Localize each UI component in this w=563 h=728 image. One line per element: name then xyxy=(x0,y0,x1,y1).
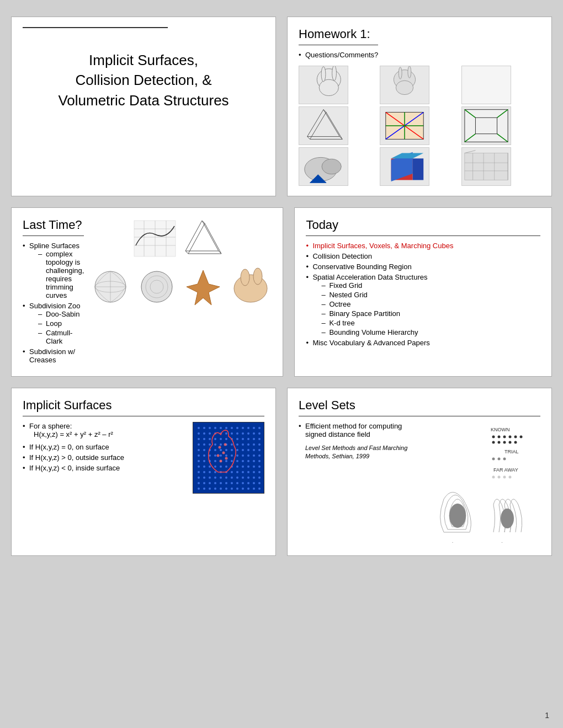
svg-point-181 xyxy=(253,477,255,479)
svg-point-148 xyxy=(203,465,205,468)
svg-point-221 xyxy=(498,441,501,444)
svg-text:using: using xyxy=(496,542,508,543)
svg-point-193 xyxy=(253,482,255,484)
hw-img-cage xyxy=(461,106,511,145)
slide-2-title: Homework 1: xyxy=(299,27,378,41)
slide-6-bullets: Efficient method for computing signed di… xyxy=(299,422,424,438)
svg-rect-30 xyxy=(413,158,424,180)
svg-point-154 xyxy=(236,465,238,468)
svg-point-187 xyxy=(220,482,222,484)
svg-point-200 xyxy=(225,488,227,490)
svg-point-85 xyxy=(253,432,255,435)
svg-point-94 xyxy=(236,438,238,440)
svg-point-118 xyxy=(236,449,238,451)
hw-img-mesh xyxy=(461,147,511,186)
svg-point-172 xyxy=(203,477,205,479)
svg-point-138 xyxy=(214,460,216,462)
svg-rect-31 xyxy=(465,153,508,180)
svg-point-175 xyxy=(220,477,222,479)
svg-point-81 xyxy=(231,432,233,435)
implicit-surface-image: // Can't use script in SVG directly, use… xyxy=(193,422,264,494)
slide-3-bullets: Spline Surfaces complex topology is chal… xyxy=(23,242,84,364)
svg-point-72 xyxy=(247,427,249,429)
subdiv-img-1 xyxy=(88,267,132,306)
svg-point-185 xyxy=(209,482,211,484)
svg-point-61 xyxy=(253,268,262,285)
svg-point-84 xyxy=(247,432,249,435)
svg-point-144 xyxy=(247,460,249,462)
svg-point-123 xyxy=(198,454,200,457)
svg-point-115 xyxy=(220,449,222,451)
svg-marker-46 xyxy=(185,221,219,251)
list-item: Questions/Comments? xyxy=(299,51,378,59)
svg-point-111 xyxy=(198,449,200,451)
list-item: Spline Surfaces complex topology is chal… xyxy=(23,242,84,299)
svg-point-196 xyxy=(203,488,205,490)
svg-point-88 xyxy=(203,438,205,440)
svg-point-73 xyxy=(253,427,255,429)
svg-line-32 xyxy=(465,151,476,153)
svg-point-66 xyxy=(214,427,216,429)
svg-point-206 xyxy=(258,488,261,490)
svg-text:FAR AWAY: FAR AWAY xyxy=(493,467,518,473)
svg-point-74 xyxy=(258,427,261,429)
svg-point-82 xyxy=(236,432,238,435)
svg-point-110 xyxy=(258,443,261,446)
svg-point-55 xyxy=(141,271,172,302)
implicit-layout: For a sphere: H(x,y,z) = x² + y² + z² – … xyxy=(23,422,264,494)
hw-img-colored xyxy=(380,106,429,145)
hw-img-animal xyxy=(299,147,348,186)
svg-point-231 xyxy=(498,476,501,479)
svg-text:TRIAL: TRIAL xyxy=(504,449,519,454)
svg-point-167 xyxy=(242,471,244,473)
svg-point-234 xyxy=(449,504,466,528)
slide-4: Today Implicit Surfaces, Voxels, & March… xyxy=(294,207,552,377)
svg-point-91 xyxy=(220,438,222,440)
hw-img-bunny2 xyxy=(380,66,429,104)
svg-point-127 xyxy=(220,454,222,457)
svg-point-150 xyxy=(214,465,216,468)
svg-point-77 xyxy=(209,432,211,435)
svg-marker-8 xyxy=(307,110,340,137)
svg-point-209 xyxy=(220,460,222,463)
sub-item: Binary Space Partition xyxy=(321,309,540,318)
svg-point-190 xyxy=(236,482,238,484)
sub-item: Nested Grid xyxy=(321,291,540,299)
svg-point-69 xyxy=(231,427,233,429)
list-item: If H(x,y,z) > 0, outside surface xyxy=(23,453,187,462)
svg-point-126 xyxy=(214,454,216,457)
svg-point-95 xyxy=(242,438,244,440)
svg-point-233 xyxy=(509,476,512,479)
svg-marker-29 xyxy=(391,153,424,159)
hw-img-cube xyxy=(380,147,429,186)
svg-point-90 xyxy=(214,438,216,440)
svg-point-142 xyxy=(236,460,238,462)
svg-point-116 xyxy=(225,449,227,451)
svg-point-162 xyxy=(214,471,216,473)
svg-point-165 xyxy=(231,471,233,473)
svg-point-219 xyxy=(520,436,523,438)
svg-point-237 xyxy=(501,508,514,528)
svg-point-182 xyxy=(258,477,261,479)
svg-point-135 xyxy=(198,460,200,462)
svg-point-216 xyxy=(503,436,506,438)
sub-item: K-d tree xyxy=(321,319,540,327)
svg-point-70 xyxy=(236,427,238,429)
svg-point-178 xyxy=(236,477,238,479)
list-item: Efficient method for computing signed di… xyxy=(299,422,424,438)
svg-point-188 xyxy=(225,482,227,484)
row-1: Implicit Surfaces, Collision Detection, … xyxy=(11,17,552,196)
svg-point-214 xyxy=(492,436,495,438)
svg-point-215 xyxy=(498,436,501,438)
svg-point-109 xyxy=(253,443,255,446)
svg-point-224 xyxy=(514,441,517,444)
svg-point-107 xyxy=(242,443,244,446)
svg-point-67 xyxy=(220,427,222,429)
row-2: Last Time? Spline Surfaces complex topol… xyxy=(11,207,552,377)
list-item: For a sphere: H(x,y,z) = x² + y² + z² – … xyxy=(23,422,187,438)
svg-point-133 xyxy=(253,454,255,457)
hw-img-bunny1 xyxy=(299,66,348,104)
svg-point-201 xyxy=(231,488,233,490)
svg-point-98 xyxy=(258,438,261,440)
slide-6-title: Level Sets xyxy=(299,398,540,413)
